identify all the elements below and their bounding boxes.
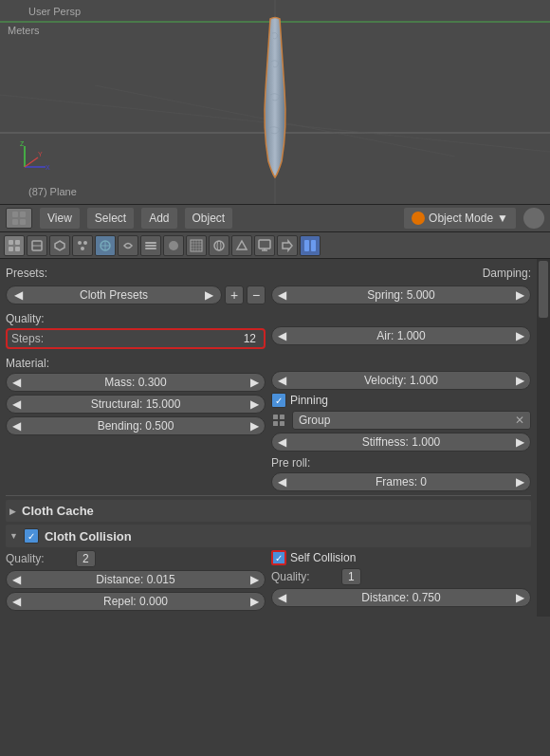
self-distance-field[interactable]: ◀ Distance: 0.750 ▶: [271, 588, 531, 607]
group-field[interactable]: Group ✕: [292, 411, 531, 430]
self-collision-checkbox[interactable]: ✓: [271, 550, 286, 565]
air-label: Air:: [376, 329, 394, 342]
collision-triangle-icon: ▼: [9, 531, 18, 541]
velocity-label: Velocity:: [364, 374, 407, 387]
presets-label: Presets:: [6, 267, 47, 280]
air-value: 1.000: [397, 329, 426, 342]
object-data-icon[interactable]: [27, 235, 47, 256]
svg-rect-49: [280, 415, 284, 419]
select-menu[interactable]: Select: [87, 208, 134, 229]
view-menu[interactable]: View: [40, 208, 80, 229]
object-menu[interactable]: Object: [185, 208, 233, 229]
spring-field[interactable]: ◀ Spring: 5.000 ▶: [271, 286, 531, 304]
structural-label: Structural:: [91, 397, 143, 411]
bending-arrow-left: ◀: [12, 419, 21, 433]
svg-point-32: [169, 241, 178, 250]
spring-arrow-left: ◀: [278, 288, 286, 302]
svg-rect-20: [15, 247, 20, 251]
cloth-cache-header[interactable]: ▶ Cloth Cache: [6, 500, 531, 522]
bending-label: Bending:: [98, 419, 142, 433]
pinning-row: ✓ Pinning: [271, 393, 531, 408]
mass-arrow-left: ◀: [12, 376, 21, 389]
preroll-label: Pre roll:: [271, 456, 531, 470]
modifier-icon[interactable]: [49, 235, 70, 256]
collision-distance-arrow-left: ◀: [12, 573, 21, 586]
cloth-collision-header[interactable]: ▼ ✓ Cloth Collision: [6, 525, 531, 547]
collision-quality-value: 2: [76, 550, 96, 567]
repel-field[interactable]: ◀ Repel: 0.000 ▶: [6, 592, 266, 611]
frames-arrow-right: ▶: [516, 475, 524, 489]
world-icon[interactable]: [209, 235, 229, 256]
frames-field[interactable]: ◀ Frames: 0 ▶: [271, 472, 531, 491]
svg-point-25: [81, 247, 84, 250]
view-mode-icon[interactable]: [6, 208, 32, 229]
air-arrow-left: ◀: [278, 329, 286, 342]
mass-field[interactable]: ◀ Mass: 0.300 ▶: [6, 373, 266, 392]
object-mode-button[interactable]: Object Mode ▼: [404, 208, 516, 229]
mass-arrow-right: ▶: [250, 376, 259, 389]
bending-field[interactable]: ◀ Bending: 0.500 ▶: [6, 416, 266, 435]
particles-icon[interactable]: [72, 235, 93, 256]
active-icon[interactable]: [300, 235, 321, 256]
scene-icon[interactable]: [231, 235, 252, 256]
repel-arrow-right: ▶: [250, 595, 259, 608]
textures-icon[interactable]: [186, 235, 207, 256]
svg-rect-47: [311, 240, 316, 251]
quality-label: Quality:: [6, 312, 266, 325]
svg-line-9: [25, 157, 38, 167]
repel-value: 0.000: [139, 595, 168, 608]
properties-panel: Presets: Damping: ◀ Cloth Presets ▶ + −: [0, 259, 550, 617]
bending-value: 0.500: [145, 419, 174, 433]
pinning-checkbox[interactable]: ✓: [271, 393, 286, 408]
air-arrow-right: ▶: [516, 329, 524, 342]
render-preview-btn[interactable]: [523, 208, 544, 229]
svg-rect-14: [20, 212, 26, 217]
structural-field[interactable]: ◀ Structural: 15.000 ▶: [6, 395, 266, 414]
svg-point-41: [217, 241, 221, 250]
self-distance-arrow-right: ▶: [516, 591, 524, 604]
output-icon[interactable]: [277, 235, 298, 256]
stiffness-label: Stiffness:: [362, 435, 409, 449]
svg-rect-17: [9, 240, 13, 245]
velocity-field[interactable]: ◀ Velocity: 1.000 ▶: [271, 371, 531, 390]
cloth-collision-checkbox[interactable]: ✓: [24, 528, 39, 544]
properties-icon[interactable]: [4, 235, 25, 256]
scrollbar-thumb[interactable]: [539, 261, 548, 318]
svg-rect-19: [9, 247, 13, 251]
constraints-icon[interactable]: [118, 235, 138, 256]
air-field[interactable]: ◀ Air: 1.000 ▶: [271, 326, 531, 345]
collision-distance-value: 0.015: [147, 573, 175, 586]
cloth-collision-title: Cloth Collision: [45, 529, 132, 544]
spring-value: 5.000: [407, 288, 435, 302]
add-menu[interactable]: Add: [141, 208, 176, 229]
structural-arrow-left: ◀: [12, 397, 21, 411]
cloth-presets-dropdown[interactable]: ◀ Cloth Presets ▶: [6, 286, 222, 304]
structural-arrow-right: ▶: [250, 397, 259, 411]
svg-point-40: [214, 241, 224, 250]
group-clear-button[interactable]: ✕: [515, 414, 524, 427]
steps-row[interactable]: Steps: 12: [6, 328, 266, 349]
preset-add-button[interactable]: +: [225, 286, 244, 304]
stiffness-field[interactable]: ◀ Stiffness: 1.000 ▶: [271, 433, 531, 452]
materials-icon[interactable]: [163, 235, 184, 256]
svg-rect-31: [145, 248, 156, 249]
icon-toolbar: [0, 232, 550, 259]
self-quality-label: Quality:: [271, 570, 338, 583]
velocity-arrow-right: ▶: [516, 374, 524, 387]
physics-icon[interactable]: [95, 235, 116, 256]
scrollbar[interactable]: [537, 259, 550, 617]
viewport[interactable]: X Z Y User Persp Meters (87) Plane: [0, 0, 550, 204]
velocity-arrow-left: ◀: [278, 374, 286, 387]
preset-remove-button[interactable]: −: [247, 286, 266, 304]
self-distance-label: Distance:: [361, 591, 409, 604]
frames-label: Frames:: [376, 475, 417, 489]
svg-rect-43: [259, 240, 270, 249]
render-icon[interactable]: [254, 235, 275, 256]
frames-arrow-left: ◀: [278, 475, 286, 489]
collision-distance-field[interactable]: ◀ Distance: 0.015 ▶: [6, 570, 266, 589]
viewport-label-meters: Meters: [8, 25, 40, 36]
preset-triangle-right: ▶: [205, 288, 213, 302]
mode-label: Object Mode: [429, 212, 493, 225]
collision-quality-label: Quality:: [6, 552, 72, 565]
object-props-icon[interactable]: [140, 235, 161, 256]
